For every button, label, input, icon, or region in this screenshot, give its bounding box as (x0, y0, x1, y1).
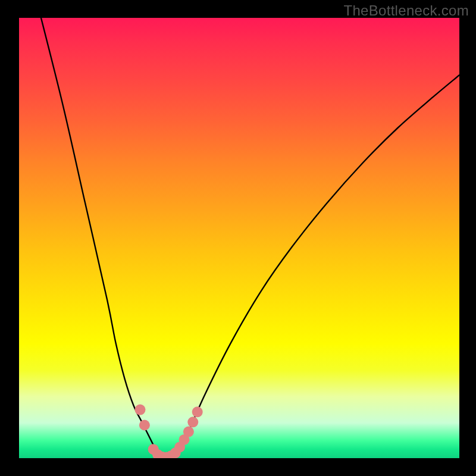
highlight-markers (135, 405, 203, 458)
marker-point (192, 406, 203, 417)
chart-frame: TheBottleneck.com (0, 0, 476, 476)
marker-point (187, 416, 198, 427)
watermark-text: TheBottleneck.com (343, 2, 469, 19)
bottleneck-curve (41, 18, 459, 458)
chart-svg (19, 18, 459, 458)
marker-point (139, 420, 150, 431)
plot-area (19, 18, 459, 458)
marker-point (183, 427, 194, 437)
marker-point (135, 405, 146, 415)
